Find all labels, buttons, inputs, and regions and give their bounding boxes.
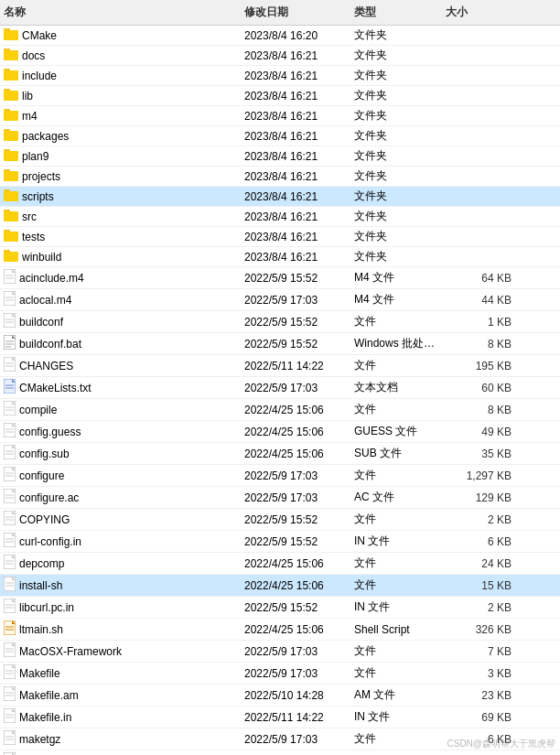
file-date-cell: 2022/4/25 15:06 (241, 446, 350, 462)
table-row[interactable]: buildconf.bat2022/5/9 15:52Windows 批处理..… (0, 333, 560, 355)
file-date-cell: 2023/8/4 16:21 (241, 209, 350, 225)
file-type-cell: 文件夹 (350, 26, 442, 45)
table-row[interactable]: depcomp2022/4/25 15:06文件24 KB (0, 553, 560, 575)
table-row[interactable]: Makefile2022/5/9 17:03文件3 KB (0, 663, 560, 685)
svg-rect-20 (4, 151, 18, 161)
file-name-cell: install-sh (0, 575, 241, 596)
svg-rect-5 (4, 50, 18, 60)
file-name-text: config.guess (19, 426, 81, 438)
file-type-cell: 文件夹 (350, 86, 442, 105)
table-row[interactable]: buildconf2022/5/9 15:52文件1 KB (0, 311, 560, 333)
file-name-cell: depcomp (0, 553, 241, 574)
table-row[interactable]: scripts2023/8/4 16:21文件夹 (0, 187, 560, 207)
table-row[interactable]: CMakeLists.txt2022/5/9 17:03文本文档60 KB (0, 377, 560, 399)
file-size-cell (442, 135, 515, 138)
table-row[interactable]: docs2023/8/4 16:21文件夹 (0, 46, 560, 66)
table-row[interactable]: libcurl.pc.in2022/5/9 15:52IN 文件2 KB (0, 597, 560, 619)
file-name-text: tests (22, 231, 45, 243)
file-name-text: configure.ac (19, 491, 79, 504)
file-name-text: curl-config.in (19, 535, 81, 548)
file-size-cell: 23 KB (442, 687, 515, 704)
table-row[interactable]: acinclude.m42022/5/9 15:52M4 文件64 KB (0, 267, 560, 289)
file-size-cell: 8 KB (442, 336, 515, 352)
table-row[interactable]: include2023/8/4 16:21文件夹 (0, 66, 560, 86)
file-size-cell (442, 34, 515, 38)
col-size[interactable]: 大小 (442, 3, 515, 22)
file-name-cell: aclocal.m4 (0, 289, 241, 310)
svg-rect-8 (4, 70, 18, 81)
table-row[interactable]: projects2023/8/4 16:21文件夹 (0, 167, 560, 187)
file-icon (4, 642, 16, 660)
table-body: CMake2023/8/4 16:20文件夹docs2023/8/4 16:21… (0, 26, 560, 755)
folder-icon (4, 148, 18, 164)
file-name-cell: MacOSX-Framework (0, 641, 241, 662)
file-size-cell: 60 KB (442, 380, 515, 396)
file-type-cell: 文件 (350, 400, 442, 419)
table-row[interactable]: MacOSX-Framework2022/5/9 17:03文件7 KB (0, 641, 560, 663)
svg-rect-26 (4, 191, 18, 201)
table-row[interactable]: config.guess2022/4/25 15:06GUESS 文件49 KB (0, 421, 560, 443)
table-row[interactable]: aclocal.m42022/5/9 17:03M4 文件44 KB (0, 289, 560, 311)
table-row[interactable]: ltmain.sh2022/4/25 15:06Shell Script326 … (0, 619, 560, 641)
table-row[interactable]: winbuild2023/8/4 16:21文件夹 (0, 247, 560, 267)
file-type-cell: 文件夹 (350, 227, 442, 246)
table-header: 名称 修改日期 类型 大小 (0, 0, 560, 26)
watermark: CSDN@森明帮大于黑虎帮 (447, 738, 556, 750)
table-row[interactable]: Makefile.in2022/5/11 14:22IN 文件69 KB (0, 706, 560, 728)
file-name-cell: plan9 (0, 146, 241, 166)
file-type-cell: M4 文件 (350, 290, 442, 309)
file-date-cell: 2023/8/4 16:21 (241, 128, 350, 145)
file-icon (4, 511, 16, 528)
table-row[interactable]: plan92023/8/4 16:21文件夹 (0, 146, 560, 167)
table-row[interactable]: configure2022/5/9 17:03文件1,297 KB (0, 465, 560, 487)
col-name[interactable]: 名称 (0, 3, 241, 22)
table-row[interactable]: CHANGES2022/5/11 14:22文件195 KB (0, 355, 560, 377)
file-date-cell: 2022/5/9 17:03 (241, 292, 350, 308)
file-date-cell: 2023/8/4 16:21 (241, 68, 350, 84)
file-type-cell: SUB 文件 (350, 444, 442, 463)
table-row[interactable]: src2023/8/4 16:21文件夹 (0, 207, 560, 227)
file-size-cell: 7 KB (442, 643, 515, 660)
table-row[interactable]: CMake2023/8/4 16:20文件夹 (0, 26, 560, 46)
file-date-cell: 2022/5/9 17:03 (241, 380, 350, 396)
file-name-cell: curl-config.in (0, 531, 241, 552)
table-row[interactable]: config.sub2022/4/25 15:06SUB 文件35 KB (0, 443, 560, 465)
file-date-cell: 2023/8/4 16:21 (241, 229, 350, 245)
table-row[interactable]: curl-config.in2022/5/9 15:52IN 文件6 KB (0, 531, 560, 553)
file-name-text: configure (19, 469, 64, 482)
folder-icon (4, 68, 18, 83)
file-name-cell: Makefile.am (0, 685, 241, 706)
col-date[interactable]: 修改日期 (241, 3, 350, 22)
svg-rect-14 (4, 111, 18, 121)
file-date-cell: 2023/8/4 16:21 (241, 48, 350, 64)
table-row[interactable]: tests2023/8/4 16:21文件夹 (0, 227, 560, 247)
folder-icon (4, 229, 18, 244)
file-name-text: depcomp (19, 557, 64, 570)
file-name-cell: configure.ac (0, 487, 241, 508)
file-name-text: m4 (22, 110, 38, 123)
file-icon (4, 357, 16, 374)
file-name-text: MacOSX-Framework (19, 645, 122, 658)
table-row[interactable]: compile2022/4/25 15:06文件8 KB (0, 399, 560, 421)
file-name-cell: lib (0, 86, 241, 105)
table-row[interactable]: Makefile.am2022/5/10 14:28AM 文件23 KB (0, 685, 560, 706)
file-name-text: libcurl.pc.in (19, 601, 74, 614)
file-type-cell: 文件 (350, 751, 442, 755)
table-row[interactable]: m42023/8/4 16:21文件夹 (0, 106, 560, 126)
file-date-cell: 2023/8/4 16:21 (241, 249, 350, 265)
file-type-cell: 文件夹 (350, 167, 442, 186)
folder-icon (4, 48, 18, 63)
table-row[interactable]: COPYING2022/5/9 15:52文件2 KB (0, 509, 560, 531)
table-row[interactable]: packages2023/8/4 16:21文件夹 (0, 126, 560, 146)
col-type[interactable]: 类型 (350, 3, 442, 22)
folder-icon (4, 189, 18, 204)
table-row[interactable]: configure.ac2022/5/9 17:03AC 文件129 KB (0, 487, 560, 509)
file-name-cell: compile (0, 399, 241, 420)
table-row[interactable]: install-sh2022/4/25 15:06文件15 KB (0, 575, 560, 597)
table-row[interactable]: lib2023/8/4 16:21文件夹 (0, 86, 560, 106)
table-row[interactable]: missing2022/4/25 15:06文件7 KB (0, 750, 560, 755)
file-size-cell: 15 KB (442, 577, 515, 594)
file-size-cell: 326 KB (442, 621, 515, 638)
file-name-text: buildconf (19, 316, 63, 329)
file-size-cell: 35 KB (442, 446, 515, 462)
